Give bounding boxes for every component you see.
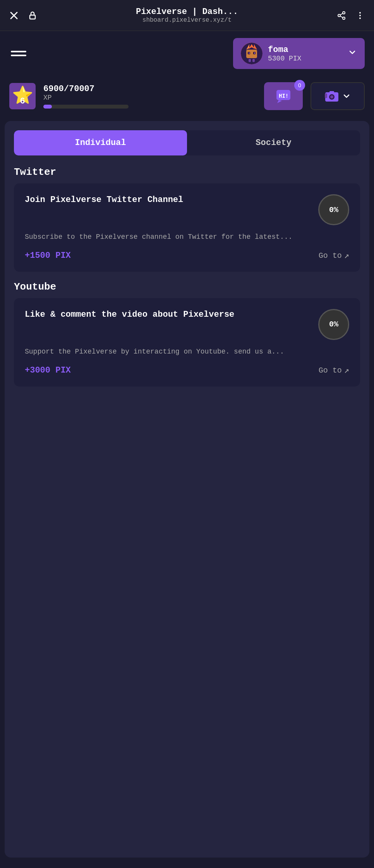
- svg-point-4: [338, 14, 340, 17]
- browser-url: shboard.pixelverse.xyz/t: [142, 17, 232, 24]
- chat-button[interactable]: 0 HI!: [264, 82, 303, 110]
- svg-marker-25: [277, 100, 282, 103]
- goto-arrow-icon-youtube: ↗: [344, 365, 349, 376]
- user-dropdown-chevron: [348, 48, 357, 60]
- chat-icon: HI!: [276, 89, 291, 103]
- main-content: Individual Society Twitter Join Pixelver…: [5, 121, 369, 858]
- browser-bar-left: [8, 9, 39, 22]
- task-footer-youtube: +3000 PIX Go to ↗: [25, 365, 349, 376]
- svg-rect-22: [252, 59, 255, 62]
- svg-rect-2: [30, 15, 35, 19]
- xp-bar-fill: [43, 105, 52, 109]
- browser-bar-right: [335, 9, 366, 22]
- tab-switcher: Individual Society: [14, 130, 360, 155]
- task-header-youtube: Like & comment the video about Pixelvers…: [25, 309, 349, 340]
- xp-section: ⭐ 6 6900/70007 XP 0 HI!: [0, 76, 374, 116]
- xp-bar-container: [43, 105, 129, 109]
- svg-point-9: [359, 15, 361, 16]
- chat-badge: 0: [294, 80, 305, 91]
- svg-rect-20: [247, 58, 256, 64]
- svg-rect-30: [329, 91, 334, 93]
- xp-info: 6900/70007 XP: [43, 84, 256, 109]
- level-number: 6: [20, 97, 25, 106]
- task-card-youtube-0: Like & comment the video about Pixelvers…: [14, 298, 360, 387]
- app-header: foma 5300 PIX: [0, 31, 374, 76]
- avatar: [241, 43, 262, 64]
- lock-icon[interactable]: [26, 9, 39, 22]
- user-card[interactable]: foma 5300 PIX: [233, 38, 365, 69]
- close-button[interactable]: [8, 9, 20, 22]
- hamburger-line-1: [11, 51, 26, 52]
- svg-point-29: [330, 95, 333, 98]
- browser-bar: Pixelverse | Dash... shboard.pixelverse.…: [0, 0, 374, 31]
- svg-point-5: [343, 17, 345, 19]
- svg-line-7: [340, 13, 343, 15]
- xp-label: XP: [43, 94, 256, 102]
- goto-arrow-icon: ↗: [344, 250, 349, 261]
- user-pix: 5300 PIX: [268, 55, 342, 62]
- platform-twitter-label: Twitter: [14, 166, 360, 178]
- svg-point-10: [359, 17, 361, 19]
- more-options-button[interactable]: [354, 9, 366, 22]
- task-reward-youtube: +3000 PIX: [25, 366, 71, 375]
- task-percent-youtube: 0%: [318, 309, 349, 340]
- user-name: foma: [268, 45, 342, 55]
- task-goto-button[interactable]: Go to ↗: [319, 250, 349, 261]
- tab-society[interactable]: Society: [187, 130, 360, 155]
- hamburger-menu[interactable]: [9, 49, 28, 58]
- svg-rect-21: [249, 59, 251, 62]
- tab-individual[interactable]: Individual: [14, 130, 187, 155]
- svg-rect-19: [254, 52, 255, 54]
- task-title-youtube: Like & comment the video about Pixelvers…: [25, 309, 312, 321]
- task-card-twitter-0: Join Pixelverse Twitter Channel 0% Subsc…: [14, 183, 360, 272]
- svg-point-3: [343, 12, 345, 14]
- task-goto-button-youtube[interactable]: Go to ↗: [319, 365, 349, 376]
- task-description-youtube: Support the Pixelverse by interacting on…: [25, 346, 349, 357]
- share-button[interactable]: [335, 9, 348, 22]
- platform-youtube-label: Youtube: [14, 281, 360, 293]
- task-footer: +1500 PIX Go to ↗: [25, 250, 349, 261]
- svg-line-6: [340, 16, 343, 17]
- svg-rect-18: [249, 52, 250, 54]
- task-reward: +1500 PIX: [25, 251, 71, 261]
- task-percent: 0%: [318, 194, 349, 225]
- svg-rect-27: [325, 93, 327, 98]
- level-badge: ⭐ 6: [9, 83, 36, 109]
- task-header: Join Pixelverse Twitter Channel 0%: [25, 194, 349, 225]
- camera-icon: [325, 90, 339, 102]
- task-description: Subscribe to the Pixelverse channel on T…: [25, 231, 349, 243]
- camera-button[interactable]: [311, 82, 365, 110]
- camera-chevron-icon: [343, 92, 350, 100]
- xp-progress-text: 6900/70007: [43, 84, 256, 94]
- hamburger-line-2: [11, 55, 26, 56]
- user-info: foma 5300 PIX: [268, 45, 342, 62]
- browser-title: Pixelverse | Dash...: [46, 7, 328, 17]
- task-title: Join Pixelverse Twitter Channel: [25, 194, 312, 206]
- svg-point-8: [359, 12, 361, 14]
- svg-text:HI!: HI!: [279, 93, 288, 99]
- browser-bar-center: Pixelverse | Dash... shboard.pixelverse.…: [46, 7, 328, 24]
